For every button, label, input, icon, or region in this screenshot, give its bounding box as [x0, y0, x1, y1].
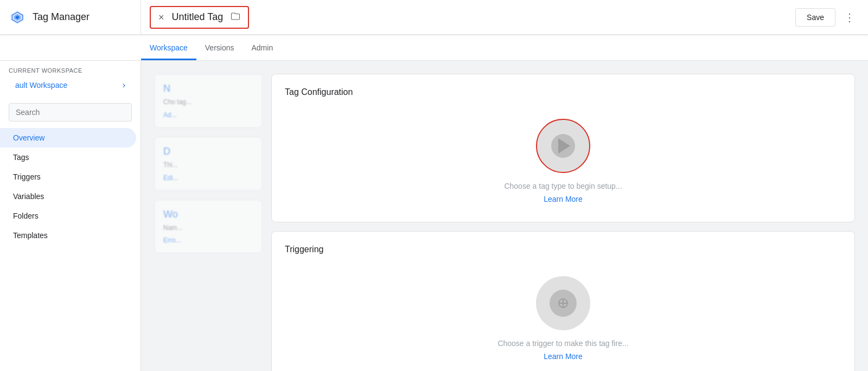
tab-versions[interactable]: Versions: [196, 37, 243, 60]
lightning-icon: [555, 295, 571, 311]
folder-icon: [231, 11, 240, 21]
main-layout: CURRENT WORKSPACE ault Workspace › Overv…: [0, 61, 868, 371]
mini-card-3-desc: Nam...: [163, 223, 253, 233]
trigger-icon-inner: [550, 290, 577, 317]
tag-type-icon[interactable]: [536, 119, 590, 173]
workspace-section: CURRENT WORKSPACE ault Workspace ›: [0, 61, 141, 99]
content-area: N Cho tag... Ad... D Thi... Edi... Wo Na…: [141, 61, 868, 371]
sidebar-item-tags[interactable]: Tags: [0, 148, 136, 167]
tag-config-learn-more[interactable]: Learn More: [544, 195, 583, 203]
tag-configuration-title: Tag Configuration: [285, 87, 841, 97]
mini-card-2-desc: Thi...: [163, 161, 253, 170]
tab-workspace[interactable]: Workspace: [141, 37, 196, 60]
triggering-hint: Choose a trigger to make this tag fire..…: [497, 339, 628, 348]
mini-card-3: Wo Nam... Erro...: [154, 200, 263, 254]
play-icon-shape: [558, 138, 570, 153]
sidebar-nav: Overview Tags Triggers Variables Folders…: [0, 126, 141, 247]
tag-title-box: × Untitled Tag: [150, 6, 249, 29]
trigger-icon[interactable]: [536, 276, 590, 330]
sidebar-item-folders[interactable]: Folders: [0, 206, 136, 226]
mini-card-1-desc: Cho tag...: [163, 98, 253, 107]
mini-card-2-link: Edi...: [163, 174, 253, 182]
tag-dialog-header: × Untitled Tag Save ⋮: [141, 0, 868, 35]
triggering-learn-more[interactable]: Learn More: [544, 352, 583, 361]
mini-card-3-title: Wo: [163, 209, 253, 220]
tab-admin[interactable]: Admin: [242, 37, 282, 60]
sidebar: CURRENT WORKSPACE ault Workspace › Overv…: [0, 61, 141, 371]
tag-title: Untitled Tag: [172, 11, 224, 23]
close-button[interactable]: ×: [157, 11, 165, 23]
search-wrapper: [0, 99, 141, 126]
header-left: Tag Manager: [0, 0, 141, 34]
triggering-content: Choose a trigger to make this tag fire..…: [285, 265, 841, 366]
workspace-item[interactable]: ault Workspace ›: [9, 76, 132, 94]
sidebar-item-triggers[interactable]: Triggers: [0, 167, 136, 187]
folder-icon-button[interactable]: [229, 10, 241, 24]
tag-configuration-card: Tag Configuration Choose a tag type to b…: [271, 74, 855, 222]
mini-card-3-link: Erro...: [163, 236, 253, 244]
top-header: Tag Manager All accounts ulti... × Untit…: [0, 0, 868, 35]
app-title: Tag Manager: [33, 11, 90, 23]
tag-configuration-content: Choose a tag type to begin setup... Lear…: [285, 108, 841, 209]
mini-card-1-link: Ad...: [163, 111, 253, 119]
mini-card-2: D Thi... Edi...: [154, 137, 263, 191]
background-panel: N Cho tag... Ad... D Thi... Edi... Wo Na…: [154, 74, 855, 371]
search-input[interactable]: [9, 103, 132, 121]
save-button[interactable]: Save: [795, 8, 835, 27]
gtm-logo: [9, 9, 26, 26]
triggering-card: Triggering: [271, 231, 855, 371]
mini-card-2-title: D: [163, 146, 253, 157]
chevron-right-icon: ›: [123, 80, 125, 90]
triggering-title: Triggering: [285, 245, 841, 254]
mini-card-1: N Cho tag... Ad...: [154, 74, 263, 128]
mini-card-1-title: N: [163, 83, 253, 94]
more-options-button[interactable]: ⋮: [840, 9, 859, 26]
header-actions: Save ⋮: [795, 8, 859, 27]
sidebar-item-templates[interactable]: Templates: [0, 226, 136, 245]
tag-editor: Tag Configuration Choose a tag type to b…: [271, 74, 855, 371]
tag-icon-inner: [551, 134, 575, 158]
tag-config-hint: Choose a tag type to begin setup...: [504, 182, 622, 190]
panel-cards: N Cho tag... Ad... D Thi... Edi... Wo Na…: [154, 74, 263, 371]
nav-tabs: Workspace Versions Admin: [0, 35, 868, 61]
sidebar-item-variables[interactable]: Variables: [0, 187, 136, 206]
workspace-section-label: CURRENT WORKSPACE: [9, 67, 132, 74]
sidebar-item-overview[interactable]: Overview: [0, 128, 136, 148]
workspace-name: ault Workspace: [15, 81, 67, 89]
